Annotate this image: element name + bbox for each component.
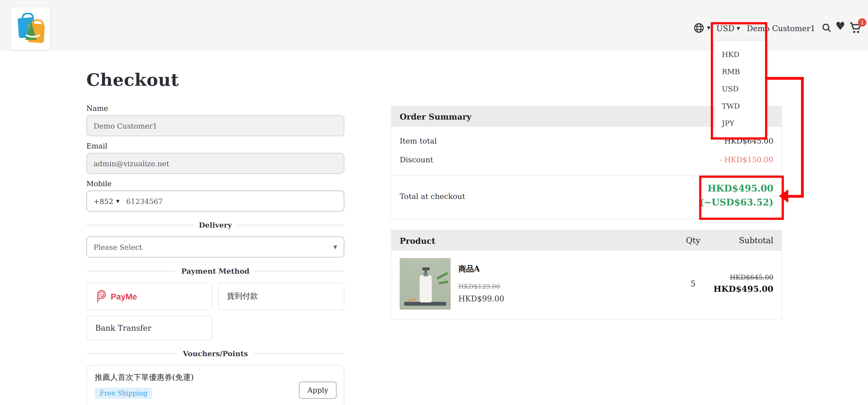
product-subtotal-cell: HKD$645.00 HKD$495.00: [710, 273, 773, 294]
qty-column-header: Qty: [677, 236, 710, 245]
currency-option-usd[interactable]: USD: [715, 80, 766, 97]
payment-option-payme[interactable]: PayMe: [86, 283, 213, 310]
total-label: Total at checkout: [400, 192, 465, 200]
payment-option-cod[interactable]: 貨到付款: [218, 283, 344, 310]
payment-option-label: PayMe: [111, 292, 137, 301]
checkout-form: Checkout Name Demo Customer1 Email admin…: [86, 70, 344, 405]
voucher-card: 推薦人首次下單優惠券(免運) Free Shipping Apply: [86, 365, 344, 405]
country-code-value: +852: [94, 197, 113, 205]
item-total-label: Item total: [400, 136, 437, 145]
voucher-title: 推薦人首次下單優惠券(免運): [95, 373, 336, 383]
product-meta: 商品A HKD$129.00 HKD$99.00: [458, 264, 504, 303]
chevron-down-icon: ▼: [333, 244, 337, 250]
logo-smile: [23, 26, 43, 38]
vouchers-section-label: Vouchers/Points: [183, 349, 248, 358]
leaf-decor: [436, 272, 448, 280]
mobile-label: Mobile: [86, 179, 344, 188]
product-price: HKD$99.00: [458, 294, 504, 303]
payment-option-label: Bank Transfer: [95, 323, 151, 332]
product-image: [400, 258, 451, 309]
total-row: Total at checkout HKD$495.00 (~USD$63.52…: [392, 176, 782, 219]
bottle-body: [420, 275, 432, 302]
name-label: Name: [86, 104, 344, 112]
annotation-arrow-segment: [788, 195, 804, 198]
product-name[interactable]: 商品A: [458, 264, 504, 274]
vouchers-section-divider: Vouchers/Points: [86, 349, 344, 358]
email-field[interactable]: admin@vizualize.net: [86, 153, 344, 174]
currency-option-rmb[interactable]: RMB: [715, 63, 766, 80]
cart-button[interactable]: 1: [849, 21, 863, 34]
annotation-arrow-segment: [801, 77, 804, 198]
payment-section-label: Payment Method: [181, 267, 250, 275]
store-logo[interactable]: [11, 7, 50, 50]
product-qty: 5: [677, 279, 710, 288]
payment-option-bank-transfer[interactable]: Bank Transfer: [86, 316, 213, 340]
product-original-subtotal: HKD$645.00: [710, 273, 773, 281]
total-value-hkd: HKD$495.00: [700, 182, 773, 196]
page-title: Checkout: [86, 70, 344, 90]
currency-dropdown: HKD RMB USD TWD JPY: [715, 41, 766, 139]
chevron-down-icon: ▼: [737, 26, 740, 31]
currency-selected-label: USD: [716, 24, 735, 32]
name-field[interactable]: Demo Customer1: [86, 115, 344, 136]
discount-row: Discount - HKD$150.00: [392, 150, 782, 175]
product-subtotal: HKD$495.00: [710, 284, 773, 294]
product-original-price: HKD$129.00: [458, 283, 504, 290]
delivery-section-label: Delivery: [199, 221, 232, 229]
search-button[interactable]: [822, 23, 832, 33]
payment-option-label: 貨到付款: [227, 291, 258, 301]
payme-logo-icon: [95, 289, 107, 304]
currency-option-hkd[interactable]: HKD: [715, 46, 766, 63]
table-row: 商品A HKD$129.00 HKD$99.00 5 HKD$645.00 HK…: [392, 251, 782, 319]
search-icon: [822, 23, 832, 33]
account-link[interactable]: Demo Customer1: [747, 24, 815, 32]
product-cell: 商品A HKD$129.00 HKD$99.00: [400, 258, 676, 309]
total-value: HKD$495.00 (~USD$63.52): [700, 182, 773, 210]
wood-decor: [408, 297, 416, 302]
email-label: Email: [86, 142, 344, 150]
payment-methods: PayMe 貨到付款 Bank Transfer: [86, 283, 344, 340]
free-shipping-badge: Free Shipping: [95, 388, 152, 399]
subtotal-column-header: Subtotal: [710, 236, 773, 245]
cart-count-badge: 1: [858, 18, 866, 27]
leaf-decor: [438, 280, 448, 284]
bottle-pump-collar: [424, 273, 428, 276]
chevron-down-icon: ▼: [707, 26, 710, 30]
product-column-header: Product: [400, 236, 676, 245]
heart-icon: ♥: [835, 21, 845, 32]
discount-value: - HKD$150.00: [719, 155, 773, 164]
delivery-section-divider: Delivery: [86, 221, 344, 229]
wishlist-button[interactable]: ♥: [835, 21, 845, 32]
delivery-select[interactable]: Please Select ▼: [86, 237, 344, 258]
total-value-converted: (~USD$63.52): [700, 196, 773, 210]
annotation-arrow-segment: [767, 77, 804, 80]
annotation-arrowhead: [779, 189, 788, 203]
product-table-header: Product Qty Subtotal: [392, 230, 782, 251]
currency-selector[interactable]: USD ▼: [716, 24, 740, 32]
name-value: Demo Customer1: [94, 122, 157, 130]
user-name: Demo Customer1: [747, 24, 815, 32]
language-selector[interactable]: ▼: [693, 22, 710, 34]
currency-option-twd[interactable]: TWD: [715, 97, 766, 115]
mobile-value: 61234567: [126, 197, 163, 205]
currency-option-jpy[interactable]: JPY: [715, 115, 766, 132]
checkout-page: ▼ USD ▼ Demo Customer1 ♥ 1: [0, 0, 868, 405]
delivery-placeholder: Please Select: [94, 243, 142, 251]
discount-label: Discount: [400, 155, 433, 164]
payment-section-divider: Payment Method: [86, 267, 344, 275]
country-code-selector[interactable]: +852 ▼: [94, 197, 120, 205]
email-value: admin@vizualize.net: [94, 159, 169, 168]
apply-voucher-button[interactable]: Apply: [299, 382, 337, 399]
chevron-down-icon: ▼: [116, 199, 120, 203]
mobile-field[interactable]: +852 ▼ 61234567: [86, 191, 344, 212]
tray-decor: [404, 301, 446, 305]
product-panel: Product Qty Subtotal: [391, 230, 782, 319]
globe-icon: [693, 22, 705, 34]
